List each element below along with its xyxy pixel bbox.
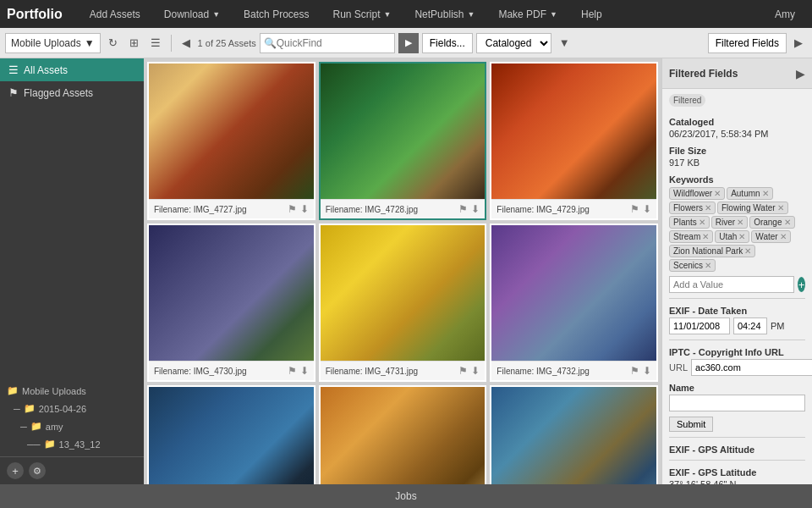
- fields-button[interactable]: Fields...: [422, 33, 473, 53]
- keyword-tags: Wildflower ✕Autumn ✕Flowers ✕Flowing Wat…: [669, 186, 805, 273]
- filter-dropdown-button[interactable]: ▼: [555, 33, 574, 53]
- flag-button[interactable]: ⚑: [630, 203, 639, 215]
- nav-help[interactable]: Help: [571, 0, 612, 28]
- keyword-tag[interactable]: Flowing Water ✕: [717, 202, 788, 214]
- download-button[interactable]: ⬇: [300, 365, 309, 377]
- flag-button[interactable]: ⚑: [458, 365, 468, 377]
- flag-button[interactable]: ⚑: [288, 203, 297, 215]
- folder-mobile-uploads[interactable]: 📁 Mobile Uploads: [0, 382, 144, 400]
- gps-latitude-label: EXIF - GPS Latitude: [669, 467, 805, 478]
- asset-card[interactable]: ▶📹⚑⬇: [147, 385, 315, 484]
- keyword-tag[interactable]: Autumn ✕: [727, 187, 772, 200]
- keyword-tag[interactable]: Zion National Park ✕: [669, 245, 755, 257]
- panel-collapse-button[interactable]: ▶: [796, 67, 805, 80]
- asset-filename: Filename: IMG_4731.jpg: [326, 367, 459, 376]
- asset-card[interactable]: Filename: IMG_4727.jpg⚑⬇: [147, 62, 315, 220]
- folder-icon: 📁: [30, 421, 42, 432]
- add-value-input[interactable]: [669, 276, 794, 293]
- prev-button[interactable]: ◀: [178, 33, 195, 53]
- settings-button[interactable]: ⚙: [29, 462, 46, 479]
- remove-keyword-icon[interactable]: ✕: [714, 189, 721, 198]
- keyword-tag[interactable]: Orange ✕: [749, 216, 794, 229]
- filtered-fields-button[interactable]: Filtered Fields: [708, 33, 787, 53]
- nav-make-pdf[interactable]: Make PDF ▼: [488, 0, 568, 28]
- keyword-tag[interactable]: Stream ✕: [669, 230, 713, 243]
- flagged-assets-icon: ⚑: [8, 86, 19, 99]
- folder-13-43-12[interactable]: ── 📁 13_43_12: [0, 435, 144, 453]
- remove-keyword-icon[interactable]: ✕: [784, 218, 791, 227]
- remove-keyword-icon[interactable]: ✕: [737, 218, 743, 227]
- remove-keyword-icon[interactable]: ✕: [777, 203, 784, 213]
- remove-keyword-icon[interactable]: ✕: [705, 203, 711, 213]
- folder-tree: 📁 Mobile Uploads ─ 📁 2015-04-26 ─ 📁 amy …: [0, 378, 144, 456]
- flag-button[interactable]: ⚑: [630, 365, 639, 377]
- remove-keyword-icon[interactable]: ✕: [699, 218, 705, 227]
- folder-icon: 📁: [24, 403, 36, 414]
- asset-card[interactable]: Filename: IMG_4728.jpg⚑⬇: [319, 62, 487, 220]
- download-button[interactable]: ⬇: [471, 365, 480, 377]
- sidebar: ☰ All Assets ⚑ Flagged Assets 📁 Mobile U…: [0, 58, 144, 484]
- folder-amy[interactable]: ─ 📁 amy: [0, 417, 144, 435]
- keyword-tag[interactable]: Flowers ✕: [669, 202, 716, 214]
- user-menu[interactable]: Amy: [765, 8, 805, 20]
- remove-keyword-icon[interactable]: ✕: [744, 246, 751, 256]
- flag-button[interactable]: ⚑: [288, 365, 297, 377]
- remove-keyword-icon[interactable]: ✕: [780, 232, 787, 241]
- nav-add-assets[interactable]: Add Assets: [80, 0, 151, 28]
- catalog-filter-select[interactable]: Cataloged: [476, 33, 551, 53]
- list-view-button[interactable]: ☰: [146, 33, 165, 53]
- catalog-selector[interactable]: Mobile Uploads ▼: [5, 33, 101, 53]
- url-label: URL: [669, 362, 688, 373]
- keyword-tag[interactable]: Utah ✕: [715, 230, 749, 243]
- keyword-tag[interactable]: Plants ✕: [669, 216, 710, 229]
- search-go-button[interactable]: ▶: [398, 33, 419, 53]
- download-button[interactable]: ⬇: [300, 203, 309, 215]
- nav-netpublish[interactable]: NetPublish ▼: [404, 0, 485, 28]
- submit-button[interactable]: Submit: [669, 417, 713, 432]
- download-button[interactable]: ⬇: [643, 365, 651, 377]
- cataloged-label: Cataloged: [669, 117, 805, 127]
- exif-time-input[interactable]: [733, 318, 767, 334]
- grid-view-button[interactable]: ⊞: [125, 33, 143, 53]
- exif-date-input[interactable]: [669, 318, 730, 334]
- remove-keyword-icon[interactable]: ✕: [702, 232, 709, 241]
- asset-card[interactable]: ⚑⬇: [490, 385, 658, 484]
- keyword-tag[interactable]: Scenics ✕: [669, 259, 716, 272]
- nav-download[interactable]: Download ▼: [154, 0, 230, 28]
- asset-card[interactable]: ⚑⬇: [319, 385, 487, 484]
- keyword-tag[interactable]: Wildflower ✕: [669, 187, 725, 200]
- jobs-bar[interactable]: Jobs: [0, 484, 812, 508]
- refresh-button[interactable]: ↻: [104, 33, 122, 53]
- app-logo: Portfolio: [7, 7, 63, 22]
- add-catalog-button[interactable]: +: [7, 462, 24, 479]
- name-input[interactable]: [669, 395, 805, 411]
- gps-altitude-label: EXIF - GPS Altitude: [669, 444, 805, 455]
- iptc-label: IPTC - Copyright Info URL: [669, 347, 805, 357]
- add-value-button[interactable]: +: [798, 277, 805, 292]
- url-input[interactable]: [691, 359, 812, 376]
- toolbar: Mobile Uploads ▼ ↻ ⊞ ☰ ◀ 1 of 25 Assets …: [0, 28, 812, 58]
- keyword-tag[interactable]: Water ✕: [751, 230, 790, 243]
- asset-card[interactable]: Filename: IMG_4730.jpg⚑⬇: [147, 224, 315, 382]
- catalog-dropdown-icon: ▼: [85, 37, 95, 49]
- nav-batch-process[interactable]: Batch Process: [233, 0, 319, 28]
- remove-keyword-icon[interactable]: ✕: [762, 189, 769, 198]
- keyword-tag[interactable]: River ✕: [711, 216, 748, 229]
- url-row: URL: [669, 359, 805, 376]
- panel-expand-button[interactable]: ▶: [790, 33, 807, 53]
- add-value-row: +: [669, 276, 805, 293]
- make-pdf-dropdown-icon: ▼: [550, 10, 557, 19]
- download-button[interactable]: ⬇: [643, 203, 651, 215]
- asset-card[interactable]: Filename: IMG_4732.jpg⚑⬇: [490, 224, 658, 382]
- search-input[interactable]: [277, 37, 391, 49]
- asset-card[interactable]: Filename: IMG_4731.jpg⚑⬇: [319, 224, 487, 382]
- folder-2015-04-26[interactable]: ─ 📁 2015-04-26: [0, 400, 144, 417]
- asset-card[interactable]: Filename: IMG_4729.jpg⚑⬇: [490, 62, 658, 220]
- flag-button[interactable]: ⚑: [458, 203, 468, 215]
- sidebar-item-all-assets[interactable]: ☰ All Assets: [0, 58, 144, 81]
- remove-keyword-icon[interactable]: ✕: [738, 232, 745, 241]
- remove-keyword-icon[interactable]: ✕: [705, 261, 711, 270]
- sidebar-item-flagged-assets[interactable]: ⚑ Flagged Assets: [0, 81, 144, 104]
- nav-run-script[interactable]: Run Script ▼: [322, 0, 401, 28]
- download-button[interactable]: ⬇: [471, 203, 480, 215]
